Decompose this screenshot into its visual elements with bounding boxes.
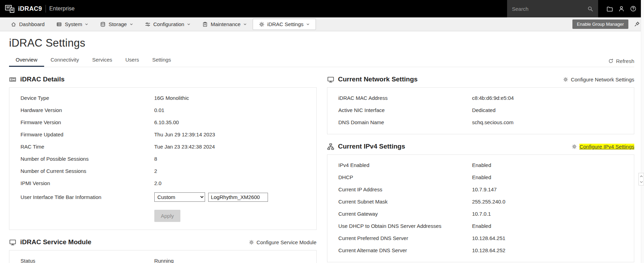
nav-label: Dashboard <box>19 21 44 27</box>
nav-label: iDRAC Settings <box>267 21 303 27</box>
table-row: Current Subnet Mask 255.255.240.0 <box>327 196 634 208</box>
configure-ipv4-settings-link[interactable]: Configure IPv4 Settings <box>572 144 634 150</box>
network-settings-card: iDRAC MAC Address c8:4b:d6:9d:e5:04 Acti… <box>327 87 635 134</box>
nav-right-actions: Enable Group Manager <box>572 19 640 29</box>
nav-item-dashboard[interactable]: Dashboard <box>5 17 50 31</box>
nav-label: System <box>65 21 82 27</box>
nav-item-maintenance[interactable]: Maintenance <box>196 17 253 31</box>
row-label: Current Alternate DNS Server <box>339 247 472 253</box>
main-navbar: Dashboard System <box>0 17 644 31</box>
search-icon[interactable] <box>587 6 593 12</box>
tab-settings[interactable]: Settings <box>146 53 178 67</box>
row-value: schq.secious.com <box>472 119 623 125</box>
section-title: iDRAC Details <box>20 75 65 83</box>
nav-item-idrac-settings[interactable]: iDRAC Settings <box>253 19 316 30</box>
page-content: iDRAC Settings Overview Connectivity Ser… <box>0 37 644 263</box>
tab-users[interactable]: Users <box>119 53 146 67</box>
row-label: Current IP Address <box>339 186 472 192</box>
title-bar-controls: Custom <box>154 192 305 202</box>
table-row: RAC Time Tue Jan 23 23:42:38 2024 <box>9 141 316 153</box>
row-value: 10.128.64.252 <box>472 247 623 253</box>
chevron-down-icon <box>85 23 88 26</box>
clipboard-icon <box>202 22 208 27</box>
row-value: Tue Jan 23 23:42:38 2024 <box>154 144 305 150</box>
table-row: Number of Possible Sessions 8 <box>9 153 316 165</box>
apply-button[interactable]: Apply <box>154 210 181 222</box>
chevron-down-icon <box>306 23 310 26</box>
row-label: Current Preferred DNS Server <box>339 235 472 241</box>
idrac-details-header: iDRAC Details <box>9 75 317 83</box>
tab-connectivity[interactable]: Connectivity <box>44 53 86 67</box>
chassis-icon <box>9 76 16 83</box>
page-title: iDRAC Settings <box>9 37 634 49</box>
row-value: c8:4b:d6:9d:e5:04 <box>472 95 623 101</box>
table-row: Firmware Updated Thu Jun 29 12:39:14 202… <box>9 128 316 141</box>
ipv4-settings-card: IPv4 Enabled Enabled DHCP Enabled Curren… <box>327 154 635 262</box>
row-label: Current Gateway <box>339 211 472 217</box>
user-account-button[interactable] <box>616 3 627 14</box>
nav-item-system[interactable]: System <box>50 17 94 31</box>
row-label: RAC Time <box>21 144 154 150</box>
nav-label: Storage <box>108 21 127 27</box>
pin-icon[interactable] <box>634 21 640 27</box>
table-row: IPMI Version 2.0 <box>9 177 316 189</box>
table-row: Active NIC Interface Dedicated <box>327 104 634 116</box>
scroll-down-button[interactable] <box>639 179 644 185</box>
row-value: 0.01 <box>154 107 305 113</box>
table-row: IPv4 Enabled Enabled <box>327 159 634 171</box>
row-label: Hardware Version <box>21 107 154 113</box>
search-input[interactable] <box>512 6 585 12</box>
configure-service-module-link[interactable]: Configure Service Module <box>249 239 317 245</box>
brand-divider <box>46 5 46 13</box>
file-manager-button[interactable] <box>604 3 615 14</box>
row-label: Status <box>21 258 154 263</box>
tab-overview[interactable]: Overview <box>9 53 44 67</box>
title-bar-mode-select[interactable]: Custom <box>154 192 205 202</box>
row-label: DHCP <box>339 174 472 180</box>
configure-label-highlighted: Configure IPv4 Settings <box>579 144 634 150</box>
storage-icon <box>100 22 106 27</box>
gear-icon <box>249 240 254 245</box>
refresh-button[interactable]: Refresh <box>608 58 634 67</box>
topbar-actions <box>507 0 644 17</box>
tab-services[interactable]: Services <box>85 53 119 67</box>
section-title: Current Network Settings <box>338 75 418 83</box>
chevron-up-icon <box>639 174 643 178</box>
table-row: iDRAC MAC Address c8:4b:d6:9d:e5:04 <box>327 92 634 104</box>
nav-item-configuration[interactable]: Configuration <box>139 17 196 31</box>
enable-group-manager-button[interactable]: Enable Group Manager <box>572 19 628 29</box>
nav-items: Dashboard System <box>5 17 316 31</box>
right-column: Current Network Settings Configure Netwo… <box>327 67 635 262</box>
tabs-row: Overview Connectivity Services Users Set… <box>9 53 634 67</box>
table-row: Current Preferred DNS Server 10.128.64.2… <box>327 232 634 244</box>
idrac-logo-icon <box>5 4 15 14</box>
row-value: 255.255.240.0 <box>472 199 623 205</box>
row-value: 10.128.64.251 <box>472 235 623 241</box>
brand-edition: Enterprise <box>49 6 75 12</box>
row-value: 10.7.9.147 <box>472 186 623 192</box>
section-title: iDRAC Service Module <box>20 238 91 246</box>
refresh-icon <box>608 58 613 64</box>
row-label: User Interface Title Bar Information <box>21 194 154 200</box>
scroll-up-button[interactable] <box>639 173 644 179</box>
row-value: Enabled <box>472 174 623 180</box>
row-label: Number of Current Sessions <box>21 168 154 174</box>
row-label: Number of Possible Sessions <box>21 156 154 162</box>
vertical-scrollbar[interactable] <box>641 0 644 263</box>
sliders-icon <box>145 22 150 27</box>
table-row: DHCP Enabled <box>327 171 634 183</box>
search-box[interactable] <box>507 0 598 17</box>
nav-item-storage[interactable]: Storage <box>94 17 139 31</box>
help-button[interactable] <box>628 3 638 14</box>
row-value: 6.10.35.00 <box>154 119 305 125</box>
title-bar-text-input[interactable] <box>208 193 268 202</box>
service-module-header: iDRAC Service Module Configure Service M… <box>9 238 317 246</box>
nav-label: Maintenance <box>211 21 241 27</box>
row-value: 16G Monolithic <box>154 95 305 101</box>
chevron-down-icon <box>187 23 190 26</box>
configure-label: Configure Network Settings <box>571 77 634 82</box>
configure-network-settings-link[interactable]: Configure Network Settings <box>563 77 634 82</box>
table-row: Device Type 16G Monolithic <box>9 92 316 104</box>
service-module-card: Status Running <box>9 250 317 263</box>
section-title: Current IPv4 Settings <box>338 143 405 150</box>
